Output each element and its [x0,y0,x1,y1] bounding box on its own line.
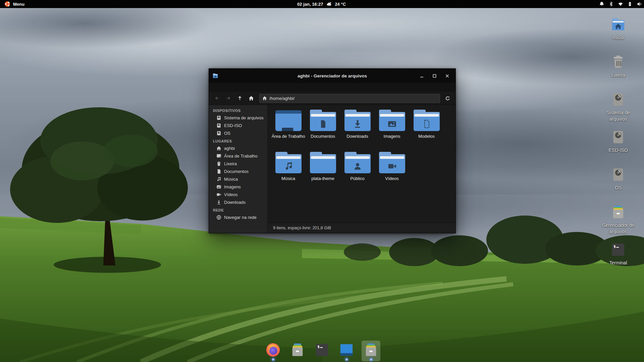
sidebar-item[interactable]: Música [209,175,267,183]
desktop-icon-sistema-de-arquivos[interactable]: Sistema de arquivos [598,92,639,129]
home-icon [216,146,221,151]
desktop-icon-inicio[interactable]: Início [598,17,639,54]
notifications-icon[interactable] [599,1,604,7]
clock-widget[interactable]: 02 jan, 16:27 24 °C [297,0,346,8]
file-item-imagens[interactable]: Imagens [375,110,409,152]
volume-icon[interactable] [636,1,642,7]
sidebar-item[interactable]: Navegar na rede [209,214,267,221]
desktop-icon-esd-iso[interactable]: ESD-ISO [598,129,639,167]
menu-button[interactable]: Menu [0,0,24,8]
up-button[interactable] [234,94,245,103]
sidebar-item[interactable]: Documentos [209,168,267,175]
desktop-icon-os[interactable]: OS [598,167,639,204]
drive-icon [216,123,221,128]
running-indicator [345,358,348,361]
path-home-icon [262,96,267,101]
folder-image-icon [379,110,405,131]
image-icon [216,184,221,190]
sidebar-item[interactable]: Downloads [209,198,267,206]
sidebar-section-header: REDE [209,206,267,214]
maximize-button[interactable] [429,71,439,81]
sidebar-item-label: Navegar na rede [224,215,257,220]
dock-item-file-manager[interactable] [288,341,307,361]
music-icon [216,177,221,182]
file-item-documentos[interactable]: Documentos [306,110,340,152]
dock-item-terminal[interactable]: $ [313,341,331,361]
desktop-app-icon [339,342,354,358]
desktop-main-icon [275,110,302,131]
system-tray [599,0,644,8]
home-button[interactable] [246,94,257,103]
back-button[interactable] [212,94,222,103]
dock-item-firefox[interactable] [264,341,282,361]
dock-item-file-manager-active[interactable] [362,341,380,361]
sidebar-item[interactable]: Sistema de arquivos [209,114,267,122]
desktop-icon-label: ESD-ISO [608,147,628,154]
sidebar-item[interactable]: ESD-ISO [209,122,267,129]
sidebar-item-label: Downloads [224,200,246,205]
sidebar-section: REDE Navegar na rede [209,206,267,221]
sidebar-item[interactable]: aghbi [209,144,267,152]
path-bar[interactable]: /home/aghbi/ [259,94,440,103]
desktop-icon-lixeira[interactable]: Lixeira [598,54,639,92]
forward-button[interactable] [223,94,234,103]
desktop-icon-column: Início Lixeira Sistema de arquivos ESD-I… [598,17,639,280]
download-icon [216,200,221,205]
menubar-item[interactable] [238,86,245,89]
file-item-videos[interactable]: Vídeos [375,152,409,194]
file-item-downloads[interactable]: Downloads [340,110,375,152]
battery-charging-icon[interactable] [627,1,633,7]
desktop-icon-gerenciador-de-arquivos[interactable]: Gerenciador de arquivos [598,204,639,242]
file-item-publico[interactable]: Público [340,152,375,194]
status-bar: 9 itens, espaço livre: 201,8 GiB [268,223,455,233]
sidebar-item[interactable]: OS [209,129,267,137]
menubar-item[interactable] [231,86,238,89]
refresh-button[interactable] [442,94,453,103]
minimize-button[interactable] [417,71,427,81]
terminal-app-icon: $ [314,342,330,358]
desktop-icon-terminal[interactable]: $ Terminal [598,242,639,280]
folder-video-icon [379,152,405,173]
titlebar[interactable]: aghbi - Gerenciador de arquivos [209,69,455,83]
drive-big-icon [610,92,626,107]
file-item-area-de-trabalho[interactable]: Área de Trabalho [271,110,306,152]
bluetooth-icon[interactable] [608,1,614,7]
folder-public-icon [344,152,371,173]
file-item-modelos[interactable]: Modelos [409,110,444,152]
file-label: Documentos [311,134,335,139]
dock-item-desktop[interactable] [337,341,356,361]
terminal-app-icon: $ [610,242,626,257]
sidebar-item[interactable]: Imagens [209,183,267,191]
sidebar-item-label: Documentos [224,169,249,174]
close-button[interactable] [442,71,452,81]
drive-big-icon [610,167,626,182]
menubar-item[interactable] [211,86,218,89]
file-label: Imagens [384,134,400,139]
desktop-icon-label: Sistema de arquivos [598,110,639,122]
file-label: Música [281,176,295,181]
sidebar-item-label: ESD-ISO [224,123,242,128]
sidebar-section: DISPOSITIVOS Sistema de arquivos ESD-ISO [209,107,267,137]
window-body: DISPOSITIVOS Sistema de arquivos ESD-ISO [209,105,455,233]
sidebar-item[interactable]: Lixeira [209,160,267,168]
desktop-icon-label: Início [612,35,624,41]
sidebar-item[interactable]: Área de Trabalho [209,152,267,160]
sidebar-item-label: Vídeos [224,192,237,197]
sidebar-item-label: OS [224,131,230,136]
menubar-item[interactable] [224,86,231,89]
sidebar-item-label: aghbi [224,146,235,151]
menubar-item[interactable] [218,86,224,89]
sidebar-item[interactable]: Vídeos [209,191,267,198]
drive-icon [216,131,221,136]
folder-document-icon [310,110,336,131]
toolbar: /home/aghbi/ [209,92,455,105]
folder-template-icon [414,110,440,131]
file-label: Vídeos [385,176,398,181]
trash-icon [216,161,221,167]
file-item-plata-theme[interactable]: plata-theme [306,152,340,194]
firefox-icon [265,342,281,358]
wifi-icon[interactable] [618,1,623,7]
network-icon [216,215,221,220]
file-item-musica[interactable]: Música [271,152,306,194]
home-folder-icon [610,17,626,32]
